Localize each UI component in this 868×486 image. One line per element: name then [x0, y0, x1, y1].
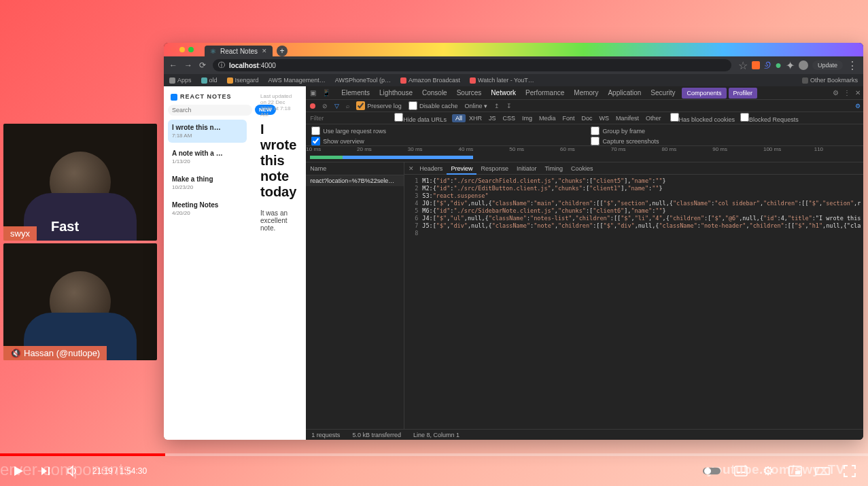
next-icon[interactable] — [38, 464, 53, 479]
search-icon[interactable]: ⌕ — [346, 103, 349, 109]
devtools-tab-sources[interactable]: Sources — [452, 87, 487, 99]
theater-icon[interactable] — [815, 464, 830, 479]
response-preview[interactable]: 1M1:{"id":"./src/SearchField.client.js",… — [404, 175, 863, 429]
note-item[interactable]: I wrote this n…7:18 AM — [168, 120, 247, 143]
filter-bar: Hide data URLs AllXHRJSCSSImgMediaFontDo… — [306, 112, 863, 124]
forward-icon[interactable]: → — [184, 60, 192, 70]
back-icon[interactable]: ← — [169, 60, 177, 70]
autoplay-icon[interactable] — [702, 464, 721, 479]
bookmark-item[interactable]: Isengard — [227, 77, 259, 84]
menu-icon[interactable]: ⋮ — [844, 89, 850, 97]
filter-type[interactable]: Doc — [578, 114, 596, 122]
detail-tab-cookies[interactable]: Cookies — [567, 164, 597, 173]
bookmark-item[interactable]: Watch later - YouT… — [470, 77, 534, 84]
capture-screenshots[interactable]: Capture screenshots — [591, 137, 859, 145]
ext-tab-profiler[interactable]: Profiler — [729, 88, 758, 99]
play-icon[interactable] — [11, 464, 26, 479]
group-by-frame[interactable]: Group by frame — [591, 126, 859, 135]
filter-type[interactable]: XHR — [466, 114, 485, 122]
detail-tab-headers[interactable]: Headers — [415, 164, 447, 173]
note-item[interactable]: A note with a …1/13/20 — [168, 145, 247, 169]
update-button[interactable]: Update — [812, 60, 843, 70]
devtools-tab-performance[interactable]: Performance — [521, 87, 569, 99]
inspect-icon[interactable]: ▣ — [310, 89, 316, 97]
blocked-cookies[interactable]: Has blocked cookies — [670, 113, 735, 123]
hide-data-urls[interactable]: Hide data URLs — [394, 113, 447, 123]
filter-type[interactable]: Font — [559, 114, 578, 122]
filter-type[interactable]: WS — [596, 114, 613, 122]
filter-icon[interactable]: ▽ — [334, 103, 339, 109]
miniplayer-icon[interactable] — [788, 464, 803, 479]
throttle-select[interactable]: Online ▾ — [464, 103, 487, 109]
devtools-tab-network[interactable]: Network — [486, 87, 521, 99]
detail-tab-preview[interactable]: Preview — [447, 164, 476, 175]
close-icon[interactable]: ✕ — [262, 48, 267, 54]
ext-icon[interactable] — [752, 61, 760, 69]
request-row[interactable]: react?location=%7B%22sele… — [306, 175, 404, 186]
browser-tab[interactable]: ⚛ React Notes ✕ — [205, 46, 273, 56]
devtools-tab-elements[interactable]: Elements — [336, 87, 375, 99]
large-rows[interactable]: Use large request rows — [311, 126, 580, 135]
note-item-date: 10/23/20 — [172, 184, 243, 190]
extensions-icon[interactable]: ✦ — [786, 59, 795, 72]
detail-tab-response[interactable]: Response — [476, 164, 513, 173]
star-icon[interactable]: ☆ — [738, 59, 748, 72]
devtools-tab-security[interactable]: Security — [646, 87, 680, 99]
device-icon[interactable]: 📱 — [322, 89, 330, 97]
close-icon[interactable]: ✕ — [855, 89, 861, 97]
captions-icon[interactable] — [733, 464, 748, 479]
filter-type[interactable]: All — [452, 114, 466, 122]
record-icon[interactable] — [310, 103, 315, 109]
settings-icon[interactable]: ⚙ — [761, 464, 776, 479]
note-item[interactable]: Make a thing10/23/20 — [168, 171, 247, 194]
bookmark-item[interactable]: AWSPhoneTool (p… — [335, 77, 391, 84]
disable-cache[interactable]: Disable cache — [409, 101, 458, 110]
ext-icon[interactable]: ୬ — [764, 59, 771, 71]
filter-input[interactable] — [310, 115, 390, 122]
note-item-title: Make a thing — [172, 175, 243, 183]
network-timeline[interactable]: 10 ms20 ms30 ms40 ms50 ms60 ms70 ms80 ms… — [306, 146, 863, 162]
avatar-icon[interactable] — [799, 60, 808, 70]
note-item-title: I wrote this n… — [172, 124, 243, 131]
address-input[interactable]: ⓘ localhost:4000 — [213, 59, 731, 71]
detail-tab-initiator[interactable]: Initiator — [513, 164, 541, 173]
progress-bar[interactable] — [0, 453, 868, 456]
preserve-log[interactable]: Preserve log — [356, 101, 402, 110]
devtools-tab-console[interactable]: Console — [417, 87, 452, 99]
clear-icon[interactable]: ⊘ — [322, 103, 328, 109]
apps-button[interactable]: Apps — [169, 77, 192, 84]
detail-tab-timing[interactable]: Timing — [540, 164, 567, 173]
filter-type[interactable]: Img — [519, 114, 536, 122]
filter-type[interactable]: JS — [485, 114, 500, 122]
gear-icon[interactable]: ⚙ — [833, 89, 839, 97]
blocked-requests[interactable]: Blocked Requests — [740, 113, 799, 123]
filter-type[interactable]: Other — [642, 114, 665, 122]
fullscreen-icon[interactable] — [842, 464, 857, 479]
ext-icon[interactable]: ● — [775, 59, 782, 71]
ext-tab-components[interactable]: Components — [682, 88, 726, 99]
close-icon[interactable]: ✕ — [409, 165, 414, 172]
column-name: Name — [306, 162, 404, 175]
search-input[interactable] — [168, 105, 252, 116]
menu-icon[interactable]: ⋮ — [847, 59, 858, 72]
note-item[interactable]: Meeting Notes4/20/20 — [168, 197, 247, 220]
bookmark-item[interactable]: AWS Management… — [268, 77, 326, 84]
reload-icon[interactable]: ⟳ — [199, 60, 206, 70]
bookmark-item[interactable]: Amazon Broadcast — [400, 77, 460, 84]
volume-icon[interactable] — [65, 464, 80, 479]
settings-icon[interactable]: ⚙ — [855, 103, 861, 109]
devtools-tab-lighthouse[interactable]: Lighthouse — [375, 87, 417, 99]
download-icon[interactable]: ↧ — [506, 103, 512, 109]
upload-icon[interactable]: ↥ — [494, 103, 500, 109]
devtools-tab-application[interactable]: Application — [603, 87, 646, 99]
window-controls[interactable] — [171, 43, 201, 56]
new-tab-button[interactable]: + — [277, 46, 288, 56]
other-bookmarks[interactable]: Other Bookmarks — [802, 77, 858, 84]
show-overview[interactable]: Show overview — [311, 137, 580, 145]
filter-type[interactable]: Media — [536, 114, 559, 122]
filter-type[interactable]: Manifest — [612, 114, 642, 122]
filter-type[interactable]: CSS — [499, 114, 519, 122]
bookmark-item[interactable]: old — [201, 77, 218, 84]
tab-title: React Notes — [220, 48, 258, 55]
devtools-tab-memory[interactable]: Memory — [569, 87, 603, 99]
